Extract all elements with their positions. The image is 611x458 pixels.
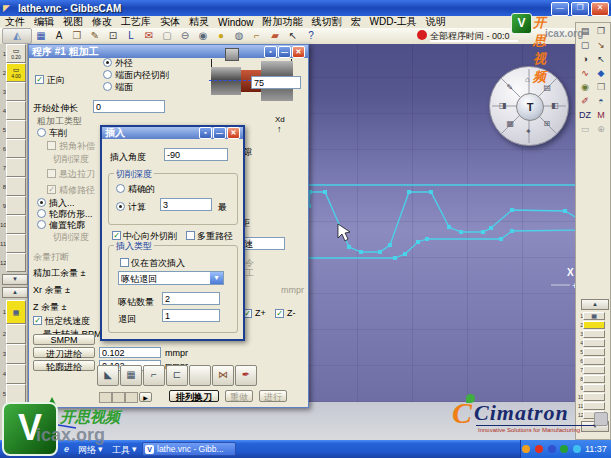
op-tile-right-3[interactable] bbox=[583, 330, 605, 338]
shaded-sphere-icon[interactable]: ◑ bbox=[577, 52, 593, 66]
space-ball-icon[interactable]: ◭ bbox=[2, 28, 32, 44]
exact-radio[interactable] bbox=[116, 184, 125, 193]
tray-alert-icon[interactable] bbox=[535, 445, 543, 453]
op-tile-right-2[interactable] bbox=[583, 321, 605, 329]
render-icon[interactable]: ◓ bbox=[593, 94, 609, 108]
op-tile-left-1[interactable]: ▦ bbox=[6, 300, 26, 324]
op-tile-left-3[interactable] bbox=[6, 344, 26, 364]
profile-point-marker[interactable] bbox=[393, 256, 397, 260]
close-button[interactable]: ✕ bbox=[591, 2, 609, 16]
dropdown-arrow-icon[interactable]: ▾ bbox=[210, 272, 223, 284]
dialog-pin-button[interactable]: ▪ bbox=[264, 46, 277, 58]
grid-view-icon[interactable]: ▦ bbox=[32, 28, 50, 44]
ball-tool-icon[interactable]: ● bbox=[212, 28, 230, 44]
profile-point-marker[interactable] bbox=[416, 240, 420, 244]
fit-view-icon[interactable]: ✦ bbox=[525, 127, 532, 136]
cube-icon[interactable]: ❒ bbox=[593, 80, 609, 94]
menu-item-6[interactable]: 精灵 bbox=[189, 15, 209, 29]
marquee-select-icon[interactable]: ▢ bbox=[577, 38, 593, 52]
nav-next-button[interactable]: ▶ bbox=[139, 392, 152, 402]
tray-update-icon[interactable] bbox=[573, 445, 581, 453]
front-view-icon[interactable]: ⊞ bbox=[543, 119, 550, 128]
op-tile-right-8[interactable] bbox=[583, 375, 605, 383]
profile-point-marker[interactable] bbox=[563, 209, 567, 213]
copy-doc-icon[interactable]: ❐ bbox=[593, 24, 609, 38]
nav-square-1[interactable] bbox=[99, 392, 112, 403]
profile-point-marker[interactable] bbox=[347, 245, 351, 249]
retract-field[interactable] bbox=[162, 309, 220, 322]
tool-tile-6[interactable] bbox=[6, 139, 26, 158]
op-tile-right-6[interactable] bbox=[583, 357, 605, 365]
menu-item-2[interactable]: 视图 bbox=[63, 15, 83, 29]
tool-tile-5[interactable] bbox=[6, 120, 26, 139]
peck-count-field[interactable] bbox=[162, 292, 220, 305]
tool-tile-10[interactable] bbox=[6, 215, 26, 234]
home-view-icon[interactable]: ⌂ bbox=[525, 75, 530, 84]
spline-icon[interactable]: ∿ bbox=[577, 66, 593, 80]
plunge-radio[interactable] bbox=[37, 198, 46, 207]
profile-point-marker[interactable] bbox=[447, 225, 451, 229]
profile-point-marker[interactable] bbox=[407, 190, 411, 194]
l-block-icon[interactable]: L bbox=[122, 28, 140, 44]
plunge-rough-icon[interactable]: ⊏ bbox=[166, 365, 188, 386]
insert-close-button[interactable]: ✕ bbox=[227, 127, 240, 139]
taskbar-tools-toolbar[interactable]: 工具 bbox=[112, 444, 130, 457]
turn-radio[interactable] bbox=[37, 128, 46, 137]
diamond-icon[interactable]: ◆ bbox=[593, 66, 609, 80]
tray-network-icon[interactable] bbox=[548, 445, 556, 453]
stop-icon[interactable] bbox=[417, 30, 427, 40]
op-scroll-up-button[interactable]: ▲ bbox=[2, 287, 28, 298]
insert-minimize-button[interactable]: — bbox=[213, 127, 226, 139]
measure-icon[interactable]: M bbox=[593, 108, 609, 122]
menu-item-11[interactable]: WDD-工具 bbox=[370, 15, 417, 29]
calc-radio[interactable] bbox=[116, 202, 125, 211]
menu-item-5[interactable]: 实体 bbox=[160, 15, 180, 29]
menu-item-7[interactable]: Window bbox=[218, 17, 254, 28]
tool-tile-4[interactable] bbox=[6, 101, 26, 120]
profile-point-marker[interactable] bbox=[510, 229, 514, 233]
sketch-pen-icon[interactable]: ✐ bbox=[577, 94, 593, 108]
tool-tile-9[interactable] bbox=[6, 196, 26, 215]
iso-view-icon[interactable]: ◧ bbox=[551, 101, 559, 110]
drill-op-icon[interactable]: ✒ bbox=[235, 365, 257, 386]
profile-point-marker[interactable] bbox=[403, 252, 407, 256]
taskbar-task-button[interactable]: V lathe.vnc - Gibb... bbox=[142, 442, 236, 456]
minimize-button[interactable]: — bbox=[551, 2, 569, 16]
key-icon[interactable]: ⌐ bbox=[248, 28, 266, 44]
profile-point-marker[interactable] bbox=[359, 250, 363, 254]
offset-radio[interactable] bbox=[37, 220, 46, 229]
stock-icon[interactable]: ◉ bbox=[194, 28, 212, 44]
forward-checkbox[interactable]: ✓ bbox=[35, 75, 44, 84]
pointer-icon[interactable]: ↖ bbox=[284, 28, 302, 44]
face-id-radio[interactable] bbox=[103, 70, 112, 79]
tool-scroll-down-button[interactable]: ▼ bbox=[2, 274, 28, 285]
wheel-trackball[interactable]: T bbox=[516, 93, 544, 121]
nav-square-3[interactable] bbox=[125, 392, 138, 403]
frame-icon[interactable]: ▭ bbox=[577, 122, 593, 136]
tool-tile-3[interactable] bbox=[6, 82, 26, 101]
dimension-z-icon[interactable]: DZ bbox=[577, 108, 593, 122]
css-checkbox[interactable]: ✓ bbox=[33, 316, 42, 325]
insert-dialog-titlebar[interactable]: 插入 ▪ — ✕ bbox=[102, 127, 243, 139]
op-tile-left-4[interactable] bbox=[6, 364, 26, 384]
tool-tile-8[interactable] bbox=[6, 177, 26, 196]
profile-point-marker[interactable] bbox=[323, 190, 327, 194]
contour-feed-button[interactable]: 轮廓进给 bbox=[33, 360, 95, 371]
menu-item-0[interactable]: 文件 bbox=[5, 15, 25, 29]
solid-box-icon[interactable]: ❒ bbox=[68, 28, 86, 44]
menu-item-1[interactable]: 编辑 bbox=[34, 15, 54, 29]
tray-shield-icon[interactable] bbox=[522, 445, 530, 453]
menu-item-9[interactable]: 线切割 bbox=[312, 15, 342, 29]
speed-field-fragment[interactable]: 速 bbox=[241, 237, 285, 250]
od-radio[interactable] bbox=[103, 58, 112, 67]
menu-item-3[interactable]: 修改 bbox=[92, 15, 112, 29]
profile-point-marker[interactable] bbox=[459, 230, 463, 234]
profile-pass-icon[interactable]: ⌐ bbox=[143, 365, 165, 386]
op-tile-right-5[interactable] bbox=[583, 348, 605, 356]
profile-point-marker[interactable] bbox=[481, 230, 485, 234]
settings-icon[interactable]: ⊕ bbox=[593, 122, 609, 136]
eraser-icon[interactable]: ▰ bbox=[266, 28, 284, 44]
doit-button[interactable]: 进行 bbox=[259, 390, 287, 402]
disk-icon[interactable]: ◍ bbox=[230, 28, 248, 44]
diameter-field[interactable] bbox=[251, 76, 301, 89]
